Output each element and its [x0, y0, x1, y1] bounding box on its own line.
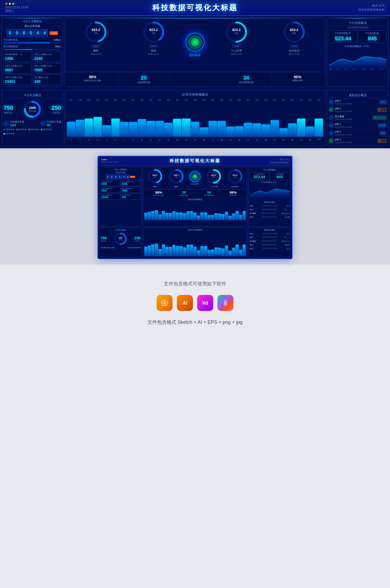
access-row-0: 人 1号门 2020.09.09 12:45:59 客流 [329, 98, 387, 106]
mini-bar-11 [183, 213, 186, 220]
bar-group-7: 3828 [129, 99, 137, 137]
bar-rect-1 [76, 120, 84, 137]
mini-bar-27 [239, 250, 242, 256]
bar-rect-6 [120, 122, 128, 137]
mini-remaining-num: 750 [100, 236, 107, 240]
bar-val-12: 469 [176, 99, 179, 101]
bar-group-14: 38515 [191, 99, 199, 137]
bar-rect-2 [85, 119, 93, 137]
mini-glow-outer [190, 171, 200, 182]
bar-group-23: 43124 [271, 99, 279, 137]
svg-text:万元: 万元 [235, 32, 238, 34]
stats-bar: 98% 设备正常运行总数 20 设备故障总数 34 待处理预警总数 96% 预警… [65, 72, 325, 87]
mini-header-right: 晴天·天气 当街名称积高场名称 [270, 158, 289, 164]
legend-label-a: A区停车场 [6, 128, 14, 131]
mini-flow-title: 今日人流量概况 [100, 168, 141, 171]
svg-point-40 [172, 172, 181, 181]
mini-gate-4: 4号门 [249, 216, 254, 219]
bottom-section: 文件包含格式可使用如下软件 S Ai Xd [0, 264, 390, 336]
bar-val-21: 344 [256, 99, 258, 101]
mini-glow-inner [192, 174, 198, 179]
access-status-1: 车…… [377, 108, 387, 112]
bar-rect-23 [271, 120, 279, 137]
mini-bar-19 [211, 215, 214, 220]
gauge-sub-3: 目标1234万 [231, 53, 242, 56]
bar-rect-11 [164, 123, 173, 137]
stat-96-label: 预警处理率 [273, 79, 322, 82]
remaining-num: 750 [3, 104, 13, 111]
mini-stat-34-val: 34 [204, 190, 214, 194]
yesterday-value: 789人 [55, 45, 61, 48]
mini-time-1: 2020.09.09 12:45:59 [263, 205, 277, 207]
mini-stat-96: 96% 预警处理率 [230, 190, 237, 196]
mini-bar-21 [218, 248, 221, 256]
mini-bar-9 [176, 212, 179, 220]
in-flow-label: 今日进入车流 [10, 120, 24, 124]
bar-chart-panel: 近30天销售额概况 391144624753516429454716378738… [65, 90, 325, 147]
in-flow-info: 今日进入车流 1234 [10, 120, 24, 127]
center-top-panel: 823.2 万元 TOP1 餐饮 目标1234万 [65, 18, 325, 87]
mini-access-row-2: 2号门 2020.09.09 12:45:59 车…… [249, 208, 290, 212]
mini-stat-98: 98% 设备正常运行总数 [153, 190, 164, 196]
remaining-label: 剩余车位 [3, 111, 13, 114]
bar-group-20: 36121 [244, 99, 252, 137]
bar-rect-9 [147, 121, 155, 137]
mini-stat-98-lbl: 设备正常运行总数 [153, 194, 164, 196]
bar-label-0: 1 [71, 139, 72, 141]
access-time-4: 2020.09.09 12:45:59 [335, 134, 379, 136]
out-flow-item: ← 今日进入车流 567 [40, 120, 61, 127]
occupied-label: 已停车位 [51, 111, 61, 114]
bar-group-28: 473今日 [315, 99, 323, 137]
cell-label-4: 4号门人流量(人次) [5, 76, 30, 79]
stat-34-value: 34 [222, 75, 271, 81]
bar-label-23: 24 [274, 139, 276, 141]
main-content: 今日人流量概况 累计总客流量 0 9 8 5 4 4 +12% 今日实时客流 1… [0, 16, 390, 90]
mini-occupied: 250 已停车位 [134, 236, 141, 242]
svg-text:20:00: 20:00 [370, 69, 374, 70]
mini-bar-3 [155, 210, 158, 220]
trading-amount-label: 今日成交额度(万) [330, 32, 356, 35]
donut-total: 1000 [29, 106, 36, 110]
mini-cell-val-3: 7890 [122, 189, 140, 192]
gauge-svg-3: 823.2 万元 [224, 20, 248, 44]
gauge-rank-4: TOP4 [290, 45, 298, 48]
gauge-sub-2: 目标1234万 [148, 53, 159, 56]
bar-group-11: 35712 [164, 99, 173, 137]
ai-label: Ai [182, 300, 187, 306]
mini-bar-28 [243, 244, 246, 256]
bar-val-28: 473 [318, 99, 320, 101]
mini-right-status-4: 友好网 [285, 244, 290, 246]
bar-rect-26 [297, 119, 305, 137]
mini-center-glow: 后台助手 [190, 168, 200, 188]
mini-bar-8 [172, 245, 176, 256]
bar-label-2: 3 [88, 139, 89, 141]
mini-digit-3: 5 [118, 174, 122, 179]
bar-rect-28 [315, 119, 323, 137]
flow-section-title: 今日人流量概况 [3, 20, 61, 23]
access-time-5: 2020.09.09 12:45:59 [335, 142, 376, 143]
file-info-title: 文件包含格式可使用如下软件 [5, 281, 385, 287]
gauge-circle-1: 823.2 万元 [84, 20, 108, 44]
bar-group-4: 2945 [102, 99, 111, 137]
stat-96-value: 96% [273, 75, 322, 79]
stat-20-label: 设备故障总数 [119, 81, 168, 84]
mini-glow-label: 后台助手 [191, 183, 199, 185]
gauges-row: 823.2 万元 TOP1 餐饮 目标1234万 [65, 18, 325, 72]
mini-bar-13 [190, 244, 193, 256]
gauge-svg-4: 823.2 万元 [282, 20, 306, 44]
legend-label-e: E区停车场 [6, 133, 14, 135]
mini-dot-green [106, 159, 107, 160]
gauge-sub-1: 目标1234万 [90, 53, 102, 56]
mini-bar-17 [204, 212, 207, 220]
mini-right-gate-4: 4号门 [249, 244, 254, 246]
bar-val-4: 294 [105, 99, 108, 101]
mini-bar-28 [243, 211, 246, 220]
right-top-sub: 当街名称积高场名称 [329, 26, 387, 29]
bar-group-1: 4462 [76, 99, 84, 137]
access-gate-3: 4号门 [335, 123, 376, 126]
access-time-0: 2020.09.09 12:45:59 [335, 103, 379, 105]
mini-bar-1 [148, 212, 151, 220]
cell-value-2: 4567 [5, 68, 30, 72]
access-info-0: 1号门 2020.09.09 12:45:59 [335, 99, 379, 105]
bar-group-21: 34422 [253, 99, 261, 137]
